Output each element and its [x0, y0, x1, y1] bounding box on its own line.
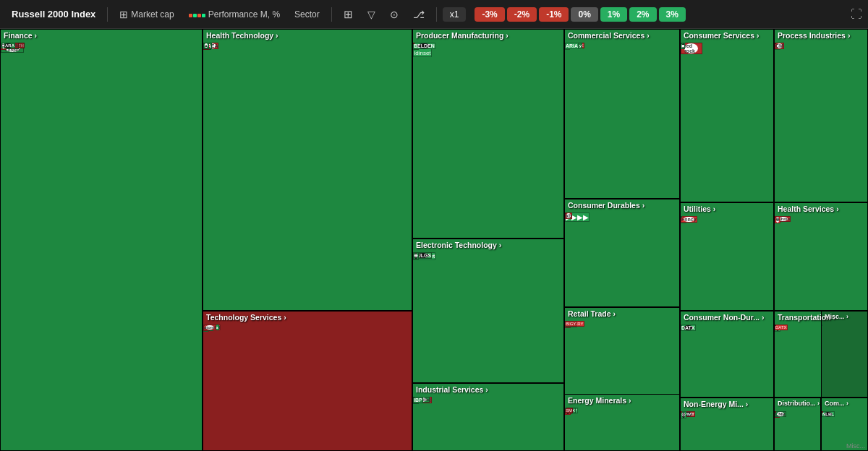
cell[interactable]: NLBL [822, 411, 835, 417]
cell[interactable] [681, 411, 682, 413]
cell[interactable] [681, 216, 682, 218]
sector-energy-minerals[interactable]: Energy Minerals ⊕ PRFF CKX W ⊞ SM [564, 394, 680, 451]
sector-health-services-label[interactable]: Health Services [778, 205, 839, 213]
cell[interactable]: BELDEN [413, 43, 435, 49]
cell[interactable] [565, 321, 566, 322]
divider-2 [331, 7, 332, 22]
perf-dots [189, 9, 205, 20]
cell[interactable] [413, 397, 414, 398]
misc-bottom-label: Misc... [846, 442, 865, 450]
sector-energy-minerals-label[interactable]: Energy Minerals [568, 396, 631, 405]
pill-neg1[interactable]: -1% [539, 7, 569, 22]
cell[interactable]: DATX [681, 325, 696, 331]
sector-misc[interactable]: Misc... [821, 311, 868, 398]
pill-neg2[interactable]: -2% [507, 7, 537, 22]
performance-button[interactable]: Performance M, % [183, 7, 286, 22]
cell[interactable]: C [1, 43, 5, 48]
filter-button[interactable]: ▽ [362, 6, 381, 23]
cell[interactable] [413, 252, 414, 254]
pill-0[interactable]: 0% [571, 7, 597, 22]
sector-consumer-durables-label[interactable]: Consumer Durables [568, 201, 644, 210]
sector-consumer-nondur-label[interactable]: Consumer Non-Dur... [684, 313, 764, 322]
cell[interactable] [775, 325, 776, 326]
performance-pills: -3% -2% -1% 0% 1% 2% 3% [475, 7, 685, 22]
sector-distribution-label[interactable]: Distributio... [778, 400, 820, 407]
sector-utilities-label[interactable]: Utilities [684, 205, 715, 213]
pill-2[interactable]: 2% [629, 7, 656, 22]
share-button[interactable]: ⎇ [407, 6, 430, 23]
sector-distribution[interactable]: Distributio... A CMB [774, 398, 821, 451]
sector-industrial-services-label[interactable]: Industrial Services [416, 385, 488, 394]
cell[interactable] [203, 325, 205, 326]
cell[interactable]: atonif [203, 325, 216, 330]
expand-button[interactable]: ⛶ [851, 8, 862, 21]
cell[interactable] [775, 411, 776, 413]
divider-3 [436, 7, 437, 22]
sector-consumer-services[interactable]: Consumer Services red rock ■ [680, 29, 774, 202]
sector-finance-label[interactable]: Finance [4, 31, 37, 40]
cell[interactable] [822, 411, 823, 413]
cell[interactable]: ARIA [565, 43, 579, 49]
pill-3[interactable]: 3% [659, 7, 686, 22]
index-selector[interactable]: Russell 2000 Index [6, 6, 101, 22]
sector-electronic-technology-label[interactable]: Electronic Technology [416, 241, 501, 249]
market-cap-button[interactable]: ⊞ Market cap [114, 6, 179, 23]
pill-neg3[interactable]: -3% [475, 7, 504, 22]
toolbar: Russell 2000 Index ⊞ Market cap Performa… [0, 0, 868, 29]
sector-commercial-services[interactable]: Commercial Services MASHLE ▶ Convoy ARIA [564, 29, 680, 199]
grid-view-button[interactable]: ⊞ [338, 5, 359, 24]
cell[interactable]: CMB [775, 411, 786, 417]
sector-non-energy-minerals[interactable]: Non-Energy Mi... ⊞ SMMY ⊙ [680, 398, 774, 451]
filter-icon: ▽ [367, 9, 375, 20]
sector-producer-manufacturing[interactable]: Producer Manufacturing M W ⊞ ≡ Evilio Ri… [412, 29, 564, 239]
sector-commercial-services-label[interactable]: Commercial Services [568, 31, 650, 40]
cell[interactable]: Fnncy [681, 216, 697, 223]
search-icon: ⊙ [390, 9, 399, 20]
sector-technology-services[interactable]: Technology Services ⊕ ⟳ Notland Maxtie b… [203, 311, 412, 451]
cell[interactable] [565, 408, 566, 409]
sector-non-energy-minerals-label[interactable]: Non-Energy Mi... [684, 400, 748, 408]
cell[interactable]: IBP [413, 397, 423, 403]
sector-consumer-nondur[interactable]: Consumer Non-Dur... ETE DATX [680, 311, 774, 398]
grid-icon: ⊞ [344, 8, 353, 21]
sector-consumer-services-label[interactable]: Consumer Services [684, 31, 759, 40]
sector-technology-services-label[interactable]: Technology Services [206, 313, 286, 322]
cell[interactable]: DATX [775, 325, 788, 330]
share-icon: ⎇ [413, 9, 425, 20]
search-button[interactable]: ⊙ [384, 6, 404, 23]
sector-finance[interactable]: Finance ▲ S $ essent ♦ 🌐 ▤ ⊠ Mr Cooper ●… [0, 29, 203, 451]
sector-process-industries-label[interactable]: Process Industries [778, 31, 850, 40]
cell[interactable] [681, 325, 682, 326]
sector-health-technology-label[interactable]: Health Technology [206, 31, 278, 40]
sector-industrial-services[interactable]: Industrial Services FLUOR ⬡ E Camille IB… [412, 383, 564, 451]
cell[interactable]: BIGY [565, 321, 576, 327]
sector-producer-mfg-label[interactable]: Producer Manufacturing [416, 31, 509, 40]
cell[interactable] [203, 43, 205, 44]
cell[interactable] [775, 43, 776, 44]
treemap-container: Finance ▲ S $ essent ♦ 🌐 ▤ ⊠ Mr Cooper ●… [0, 29, 868, 451]
sector-process-industries[interactable]: Process Industries ▶ ⊕ CM [774, 29, 868, 202]
cell[interactable] [681, 43, 682, 44]
sector-consumer-durables[interactable]: Consumer Durables ▤ ● ▶▶▶▶ kb [564, 199, 680, 307]
pill-1[interactable]: 1% [600, 7, 627, 22]
sector-retail-trade-label[interactable]: Retail Trade [568, 309, 616, 318]
cell[interactable] [565, 43, 566, 44]
sector-electronic-technology[interactable]: Electronic Technology ⊙ R MOOG ALS Itron… [412, 239, 564, 383]
sector-health-services[interactable]: Health Services ⊙ Hahmo ✕ ⊕ [774, 202, 868, 311]
sector-health-technology[interactable]: Health Technology ● ✕ ☽ ▶ ⊕ ⊙ ★ ♒ ◈ Orph… [203, 29, 412, 311]
cell[interactable] [413, 43, 414, 44]
sector-misc-label[interactable]: Misc... [825, 313, 848, 320]
cell[interactable] [775, 216, 776, 218]
sector-button[interactable]: Sector [289, 7, 326, 22]
multiplier-x1[interactable]: x1 [443, 7, 467, 22]
sector-com-label[interactable]: Com... [825, 400, 848, 407]
resize-icon: ⊞ [119, 9, 128, 20]
cell[interactable] [822, 325, 823, 326]
sector-utilities[interactable]: Utilities ⊕ AV ⊕ G BrightPt Fnncy [680, 202, 774, 311]
cell[interactable] [565, 212, 566, 214]
divider-1 [107, 7, 108, 22]
